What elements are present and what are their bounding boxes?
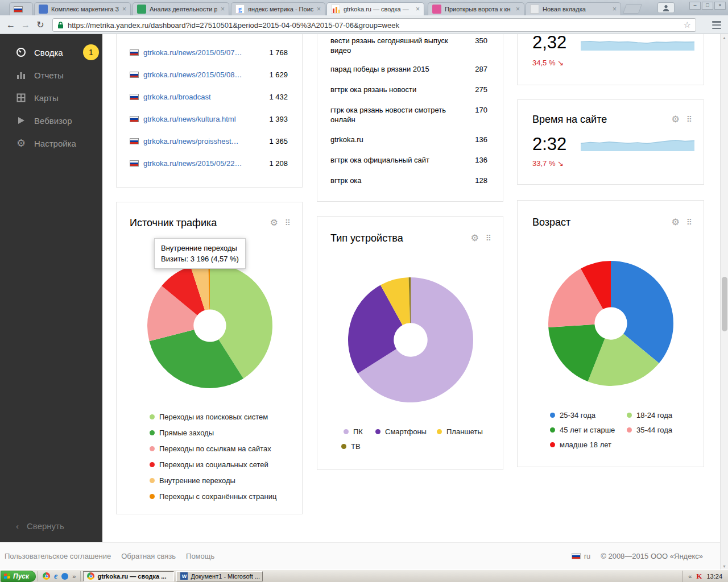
taskbar-task-browser[interactable]: gtrkoka.ru — сводка ... (83, 571, 174, 581)
footer-link-feedback[interactable]: Обратная связь (121, 552, 176, 560)
site-favicon (130, 138, 139, 144)
tab-analysis[interactable]: Анализ деятельности р × (133, 2, 229, 15)
chrome-icon (87, 572, 94, 580)
legend-item[interactable]: 45 лет и старше (550, 426, 615, 434)
drag-handle-icon[interactable]: ⠿ (486, 234, 491, 242)
tab-close-icon[interactable]: × (613, 5, 617, 13)
tab-close-icon[interactable]: × (516, 5, 520, 13)
pinned-tab[interactable] (9, 2, 33, 15)
bookmark-star-icon[interactable]: ☆ (684, 20, 691, 30)
legend-item[interactable]: Прямые заходы (150, 429, 276, 437)
legend-item[interactable]: Переходы из социальных сетей (150, 460, 276, 469)
legend-item[interactable]: Внутренние переходы (150, 476, 276, 485)
legend-dot (550, 427, 555, 433)
site-favicon (130, 49, 139, 56)
back-button[interactable]: ← (3, 18, 18, 32)
legend-item[interactable]: Смартфоны (375, 427, 427, 436)
widget-title: Возраст (532, 217, 570, 228)
traffic-sources-donut-chart[interactable] (144, 260, 275, 391)
list-item: gtrkoka.ru/news/2015/05/08… 1 629 (117, 64, 302, 86)
menu-button[interactable] (710, 20, 723, 30)
drag-handle-icon[interactable]: ⠿ (285, 219, 291, 227)
legend-item[interactable]: ТВ (341, 442, 361, 451)
minimize-button[interactable]: – (689, 2, 701, 10)
scroll-down-icon[interactable]: ▼ (721, 564, 728, 568)
gear-icon[interactable]: ⚙ (671, 115, 679, 124)
phrase-count: 136 (475, 155, 487, 165)
footer-link-agreement[interactable]: Пользовательское соглашение (5, 552, 111, 560)
page-link[interactable]: gtrkoka.ru/news/kultura.html (143, 115, 269, 123)
notification-badge[interactable]: 1 (83, 44, 99, 60)
taskbar-task-word[interactable]: W Документ1 - Microsoft ... (176, 571, 263, 581)
page-link[interactable]: gtrkoka.ru/news/proisshest… (143, 137, 269, 146)
sidebar: Сводка 1 Отчеты Карты Вебвизор ⚙ Настрой… (0, 34, 102, 542)
sidebar-item-karty[interactable]: Карты (0, 86, 102, 109)
sidebar-collapse-button[interactable]: ‹ Свернуть (0, 514, 102, 537)
tray-expand-icon[interactable]: « (688, 573, 692, 580)
widget-title: Тип устройства (330, 232, 403, 244)
gear-icon[interactable]: ⚙ (470, 234, 478, 243)
tab-strip: Комплекс маркетинга 3 × Анализ деятельно… (0, 0, 728, 15)
legend-item[interactable]: 18-24 года (627, 411, 672, 419)
search-phrase: вгтрк ока рязань новости (330, 85, 416, 94)
page-link[interactable]: gtrkoka.ru/broadcast (143, 93, 269, 101)
footer-link-help[interactable]: Помощь (186, 552, 214, 560)
page-link[interactable]: gtrkoka.ru/news/2015/05/07… (143, 48, 269, 57)
address-bar[interactable]: https://metrika.yandex.ru/dashboard?id=2… (52, 18, 696, 32)
widget-title: Время на сайте (532, 114, 607, 126)
page-link[interactable]: gtrkoka.ru/news/2015/05/08… (143, 70, 269, 79)
start-button[interactable]: Пуск (1, 571, 36, 582)
scroll-up-icon[interactable]: ▲ (721, 36, 728, 40)
gear-icon[interactable]: ⚙ (671, 218, 679, 227)
legend-item[interactable]: Переходы с сохранённых страниц (150, 492, 276, 501)
tab-close-icon[interactable]: × (122, 5, 126, 13)
tab-new[interactable]: Новая вкладка × (526, 2, 621, 15)
sidebar-item-otchety[interactable]: Отчеты (0, 64, 102, 86)
windows-logo-icon (4, 573, 10, 579)
maximize-button[interactable]: □ (702, 2, 713, 10)
sidebar-item-svodka[interactable]: Сводка 1 (0, 41, 102, 64)
legend-item[interactable]: 35-44 года (627, 426, 672, 434)
browser-scrollbar[interactable]: ▲ ▼ (720, 34, 728, 570)
legend-item[interactable]: ПК (344, 427, 363, 436)
legend-label: Переходы по ссылкам на сайтах (159, 444, 271, 453)
legend-item[interactable]: Переходы из поисковых систем (150, 413, 276, 421)
age-donut-chart[interactable] (545, 258, 676, 389)
messenger-icon[interactable] (61, 573, 68, 580)
drag-handle-icon[interactable]: ⠿ (686, 115, 692, 123)
antivirus-tray-icon[interactable]: K (696, 572, 702, 581)
drag-handle-icon[interactable]: ⠿ (686, 218, 692, 226)
legend-item[interactable]: Планшеты (437, 427, 483, 436)
forward-button[interactable]: → (18, 18, 33, 32)
scrollbar-thumb[interactable] (722, 277, 727, 331)
profile-button[interactable] (657, 2, 675, 13)
tab-marketing[interactable]: Комплекс маркетинга 3 × (34, 2, 131, 15)
page-link[interactable]: gtrkoka.ru/news/2015/05/22… (143, 159, 269, 168)
sidebar-item-vebvizor[interactable]: Вебвизор (0, 109, 102, 132)
gear-icon[interactable]: ⚙ (270, 218, 278, 227)
phrase-count: 170 (475, 105, 487, 115)
list-item: вести рязань сегодняшний выпуск видео350 (330, 36, 487, 55)
browser-quicklaunch-icon[interactable] (43, 572, 50, 580)
page-count: 1 365 (269, 137, 288, 146)
legend-item[interactable]: младше 18 лет (550, 440, 611, 449)
tab-metrika-active[interactable]: gtrkoka.ru — сводка — × (326, 2, 424, 15)
language-label[interactable]: ru (584, 552, 591, 560)
new-tab-button[interactable] (623, 4, 642, 14)
tab-book[interactable]: Приоткрыв ворота к кн × (428, 2, 524, 15)
device-type-donut-chart[interactable] (345, 275, 476, 405)
legend-item[interactable]: Переходы по ссылкам на сайтах (150, 444, 276, 453)
tab-close-icon[interactable]: × (317, 5, 321, 13)
url-text[interactable]: https://metrika.yandex.ru/dashboard?id=2… (68, 21, 680, 30)
legend-item[interactable]: 25-34 года (550, 411, 595, 419)
close-button[interactable]: × (714, 2, 726, 10)
page-count: 1 393 (269, 115, 288, 123)
sidebar-item-nastroyka[interactable]: ⚙ Настройка (0, 132, 102, 155)
reload-button[interactable]: ↻ (33, 18, 48, 32)
tab-search[interactable]: g яндекс метрика - Поиск × (231, 2, 325, 15)
legend-label: 45 лет и старше (560, 426, 615, 434)
internet-explorer-icon[interactable]: e (54, 572, 57, 581)
tab-close-icon[interactable]: × (416, 5, 420, 13)
chevron-right-icon[interactable]: » (72, 573, 76, 580)
tab-close-icon[interactable]: × (221, 5, 225, 13)
